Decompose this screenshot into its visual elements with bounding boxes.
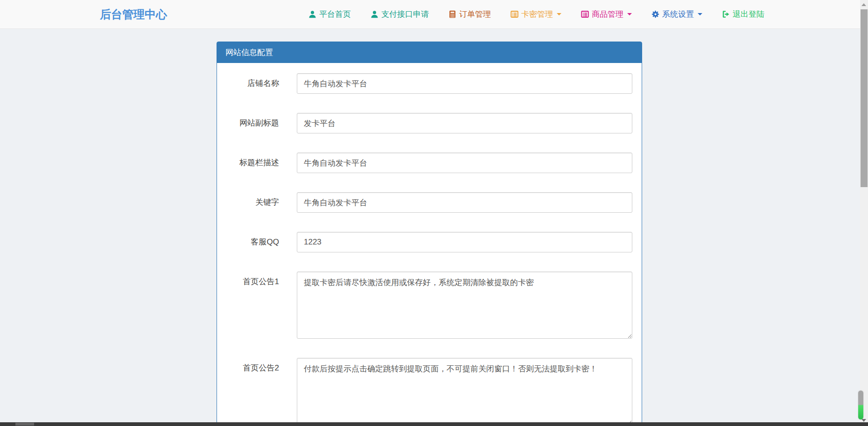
site-config-form: 店铺名称网站副标题标题栏描述关键字客服QQ首页公告1提取卡密后请尽快激活使用或保… (217, 63, 642, 426)
scroll-down-arrow-icon[interactable] (861, 419, 866, 422)
list-icon (511, 10, 518, 18)
site-config-panel: 网站信息配置 店铺名称网站副标题标题栏描述关键字客服QQ首页公告1提取卡密后请尽… (217, 42, 642, 426)
field-input-site-subtitle[interactable] (297, 113, 632, 133)
brand-title[interactable]: 后台管理中心 (100, 7, 167, 22)
list-icon (581, 10, 589, 18)
nav-item-orders[interactable]: 订单管理 (448, 9, 491, 20)
nav-item-label: 卡密管理 (521, 9, 553, 20)
nav-item-label: 系统设置 (662, 9, 694, 20)
nav-item-label: 平台首页 (319, 9, 351, 20)
form-row-service-qq: 客服QQ (217, 232, 632, 252)
form-row-title-desc: 标题栏描述 (217, 153, 632, 173)
field-input-service-qq[interactable] (297, 232, 632, 252)
nav-item-label: 商品管理 (592, 9, 623, 20)
field-input-title-desc[interactable] (297, 153, 632, 173)
scroll-indicator-widget (858, 391, 863, 419)
user-icon (371, 10, 378, 18)
form-row-notice1: 首页公告1提取卡密后请尽快激活使用或保存好，系统定期清除被提取的卡密 (217, 272, 632, 339)
field-input-notice2[interactable]: 付款后按提示点击确定跳转到提取页面，不可提前关闭窗口！否则无法提取到卡密！ (297, 358, 632, 425)
vertical-scrollbar[interactable] (860, 0, 868, 426)
field-label-notice2: 首页公告2 (217, 358, 279, 378)
nav-item-settings[interactable]: 系统设置 (651, 9, 702, 20)
field-label-shop-name: 店铺名称 (217, 73, 279, 94)
gear-icon (651, 10, 659, 18)
scroll-up-arrow-icon[interactable] (861, 3, 866, 6)
caret-down-icon (627, 13, 632, 15)
top-navbar: 后台管理中心 平台首页支付接口申请订单管理卡密管理商品管理系统设置退出登陆 (0, 0, 860, 29)
nav-item-home[interactable]: 平台首页 (308, 9, 351, 20)
nav-item-label: 退出登陆 (733, 9, 764, 20)
nav-item-label: 支付接口申请 (381, 9, 429, 20)
nav-item-cards[interactable]: 卡密管理 (511, 9, 561, 20)
field-label-service-qq: 客服QQ (217, 232, 279, 252)
field-input-shop-name[interactable] (297, 73, 632, 94)
calculator-icon (448, 10, 456, 18)
nav-menu: 平台首页支付接口申请订单管理卡密管理商品管理系统设置退出登陆 (308, 9, 764, 20)
form-row-keywords: 关键字 (217, 192, 632, 213)
caret-down-icon (557, 13, 561, 15)
user-icon (308, 10, 316, 18)
field-label-notice1: 首页公告1 (217, 272, 279, 292)
panel-title: 网站信息配置 (217, 42, 642, 63)
field-label-site-subtitle: 网站副标题 (217, 113, 279, 133)
nav-item-logout[interactable]: 退出登陆 (722, 9, 764, 20)
form-row-notice2: 首页公告2付款后按提示点击确定跳转到提取页面，不可提前关闭窗口！否则无法提取到卡… (217, 358, 632, 425)
nav-item-goods[interactable]: 商品管理 (581, 9, 632, 20)
nav-item-pay-apply[interactable]: 支付接口申请 (371, 9, 429, 20)
form-row-site-subtitle: 网站副标题 (217, 113, 632, 133)
field-label-title-desc: 标题栏描述 (217, 153, 279, 173)
form-row-shop-name: 店铺名称 (217, 73, 632, 94)
vertical-scrollbar-thumb[interactable] (861, 9, 868, 187)
nav-item-label: 订单管理 (459, 9, 491, 20)
horizontal-scrollbar[interactable] (0, 422, 868, 426)
caret-down-icon (698, 13, 702, 15)
field-input-keywords[interactable] (297, 192, 632, 213)
logout-icon (722, 10, 730, 18)
field-label-keywords: 关键字 (217, 192, 279, 213)
horizontal-scrollbar-thumb[interactable] (15, 423, 34, 426)
field-input-notice1[interactable]: 提取卡密后请尽快激活使用或保存好，系统定期清除被提取的卡密 (297, 272, 632, 339)
